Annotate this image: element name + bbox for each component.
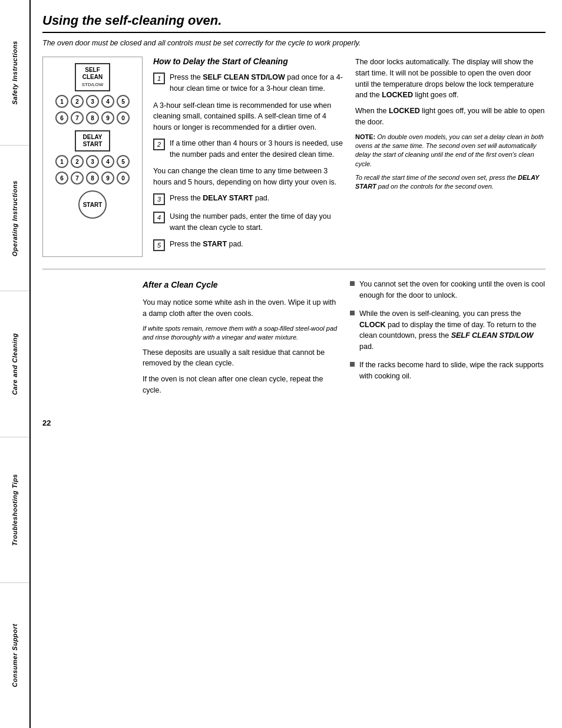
step-3: 3 Press the DELAY START pad. [153,193,343,205]
num-btn-1: 1 [55,95,68,108]
top-section: SELFCLEANSTD/LOW 1 2 3 4 5 6 7 8 9 0 DEL… [42,57,546,257]
title-rule [42,32,546,33]
num-btn-8b: 8 [86,172,99,185]
num-btn-7: 7 [71,111,84,124]
page-title: Using the self-cleaning oven. [42,13,546,28]
delay-start-panel: DELAYSTART [75,130,110,151]
num-row-2: 6 7 8 9 0 [55,111,130,124]
num-btn-2: 2 [71,95,84,108]
right-para-2: When the LOCKED light goes off, you will… [355,106,546,128]
bullet-item-1: You cannot set the oven for cooking unti… [350,279,546,301]
num-btn-5: 5 [117,95,130,108]
after-para-2: These deposits are usually a salt residu… [143,347,338,370]
step-text-3: Press the DELAY START pad. [170,193,343,205]
step-4: 4 Using the number pads, enter the time … [153,211,343,233]
num-btn-2b: 2 [71,155,84,168]
section-divider [42,269,546,269]
bullet-text-2: While the oven is self-cleaning, you can… [359,308,546,353]
num-btn-3: 3 [86,95,99,108]
right-recall: To recall the start time of the second o… [355,173,546,192]
after-cycle-left: After a Clean Cycle You may notice some … [42,279,338,400]
num-row-3: 1 2 3 4 5 [55,155,130,168]
step-num-3: 3 [153,193,165,205]
bottom-section: After a Clean Cycle You may notice some … [42,279,546,400]
step-text-2: If a time other than 4 hours or 3 hours … [170,138,343,160]
instructions-right: The door locks automatically. The displa… [355,57,546,257]
bullet-icon-2 [350,311,355,315]
sidebar-label-consumer: Consumer Support [11,624,18,687]
num-btn-4b: 4 [101,155,114,168]
num-btn-9b: 9 [101,172,114,185]
num-btn-0b: 0 [117,172,130,185]
main-content: Using the self-cleaning oven. The oven d… [31,0,562,728]
sidebar-label-troubleshooting: Troubleshooting Tips [11,474,18,546]
bullet-item-3: If the racks become hard to slide, wipe … [350,360,546,382]
after-italic-note: If white spots remain, remove them with … [143,324,338,342]
start-button-diagram: START [78,190,107,219]
step-num-5: 5 [153,239,165,251]
num-row-4: 6 7 8 9 0 [55,172,130,185]
sidebar-label-safety: Safety Instructions [11,41,18,105]
step-num-4: 4 [153,212,165,223]
num-btn-4: 4 [101,95,114,108]
num-btn-5b: 5 [117,155,130,168]
instructions-area: How to Delay the Start of Cleaning 1 Pre… [153,57,546,257]
num-btn-6b: 6 [55,172,68,185]
after-cycle-right: You cannot set the oven for cooking unti… [350,279,546,400]
num-btn-8: 8 [86,111,99,124]
bullet-item-2: While the oven is self-cleaning, you can… [350,308,546,353]
num-btn-6: 6 [55,111,68,124]
bullet-text-1: You cannot set the oven for cooking unti… [359,279,546,301]
num-btn-3b: 3 [86,155,99,168]
sidebar-section-safety[interactable]: Safety Instructions [0,0,29,146]
step-1: 1 Press the SELF CLEAN STD/LOW pad once … [153,72,343,94]
sidebar-section-consumer[interactable]: Consumer Support [0,583,29,728]
sidebar-section-operating[interactable]: Operating Instructions [0,146,29,291]
num-btn-9: 9 [101,111,114,124]
bullet-icon-1 [350,281,355,286]
bullet-text-3: If the racks become hard to slide, wipe … [359,360,546,382]
sidebar-section-care[interactable]: Care and Cleaning [0,291,29,437]
after-cycle-heading: After a Clean Cycle [143,279,338,291]
after-para-1: You may notice some white ash in the ove… [143,297,338,319]
right-note: NOTE: On double oven models, you can set… [355,133,546,169]
step-text-4: Using the number pads, enter the time of… [170,211,343,233]
oven-diagram: SELFCLEANSTD/LOW 1 2 3 4 5 6 7 8 9 0 DEL… [42,57,143,257]
num-row-1: 1 2 3 4 5 [55,95,130,108]
instructions-left: How to Delay the Start of Cleaning 1 Pre… [153,57,343,257]
self-clean-panel: SELFCLEANSTD/LOW [75,63,110,91]
delay-section-heading: How to Delay the Start of Cleaning [153,57,343,66]
right-para-1: The door locks automatically. The displa… [355,57,546,101]
page-number: 22 [42,419,546,427]
num-btn-7b: 7 [71,172,84,185]
num-btn-0: 0 [117,111,130,124]
sidebar: Safety Instructions Operating Instructio… [0,0,31,728]
after-para-3: If the oven is not clean after one clean… [143,374,338,396]
step-num-1: 1 [153,73,165,84]
num-btn-1b: 1 [55,155,68,168]
sidebar-label-operating: Operating Instructions [11,180,18,256]
step-text-5: Press the START pad. [170,239,343,251]
step-num-2: 2 [153,139,165,150]
sidebar-section-troubleshooting[interactable]: Troubleshooting Tips [0,437,29,583]
page-subtitle: The oven door must be closed and all con… [42,39,546,47]
bullet-icon-3 [350,362,355,367]
step-2: 2 If a time other than 4 hours or 3 hour… [153,138,343,160]
step-5: 5 Press the START pad. [153,239,343,251]
between-text-2: You can change the clean time to any tim… [153,166,343,188]
step-text-1: Press the SELF CLEAN STD/LOW pad once fo… [170,72,343,94]
sidebar-label-care: Care and Cleaning [11,333,18,395]
between-text-1: A 3-hour self-clean time is recommended … [153,100,343,133]
